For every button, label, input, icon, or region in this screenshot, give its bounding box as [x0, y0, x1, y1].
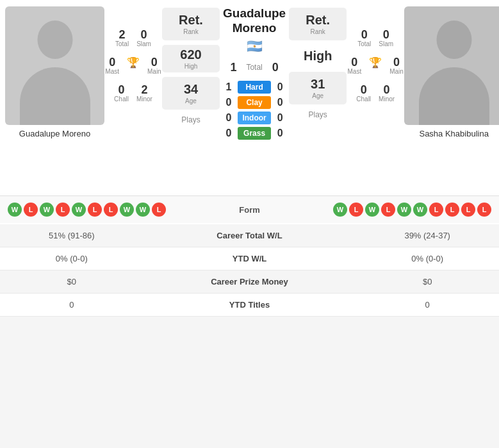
left-chall-item: 0 Chall — [114, 84, 129, 103]
right-mast-value: 0 — [351, 56, 357, 68]
right-player-avatar — [404, 6, 499, 125]
left-flag: 🇦🇷 — [223, 38, 286, 54]
right-total-slam-row: 0 Total 0 Slam — [350, 26, 401, 50]
surface-indoor-row: 0 Indoor 0 — [223, 112, 286, 124]
left-slam-value: 0 — [141, 29, 147, 40]
grass-left-score: 0 — [223, 128, 234, 139]
form-badge-left: L — [24, 203, 38, 217]
stat-right-value: 39% (24-37) — [356, 224, 499, 247]
right-minor-value: 0 — [384, 84, 390, 95]
form-label: Form — [172, 205, 327, 215]
form-badge-left: W — [120, 203, 134, 217]
right-avatar-head — [436, 21, 471, 59]
left-age-card: 34 Age — [162, 77, 220, 110]
left-minor-label: Minor — [136, 95, 152, 103]
left-total-value: 2 — [119, 29, 126, 40]
left-center-name: GuadalupeMoreno — [223, 6, 286, 36]
stats-table-row: 51% (91-86) Career Total W/L 39% (24-37) — [0, 224, 499, 247]
right-high-box: High — [289, 44, 347, 69]
left-high-card: 620 High — [162, 45, 220, 72]
right-player-stats: 0 Total 0 Slam 0 Mast 🏆 0 — [350, 6, 401, 125]
trophy-icon-right: 🏆 — [369, 56, 382, 75]
stats-table-row: 0% (0-0) YTD W/L 0% (0-0) — [0, 247, 499, 270]
form-badge-right: L — [477, 203, 491, 217]
right-main-item: 0 Main — [389, 56, 404, 75]
right-avatar-body — [419, 67, 489, 125]
right-chall-value: 0 — [361, 84, 367, 95]
left-form-badges: WLWLWLLWWL — [8, 203, 166, 217]
right-chall-item: 0 Chall — [356, 84, 371, 103]
right-slam-label: Slam — [379, 40, 393, 47]
right-age-card: 31 Age — [289, 72, 347, 104]
page: Guadalupe Moreno 2 Total 0 Slam — [0, 0, 499, 317]
hard-right-score: 0 — [274, 81, 286, 93]
stat-label: Career Prize Money — [143, 270, 356, 294]
form-badge-right: L — [381, 203, 395, 217]
form-badge-right: L — [429, 203, 443, 217]
left-player-avatar — [5, 6, 104, 125]
right-slam-item: 0 Slam — [379, 29, 393, 47]
form-badge-right: W — [333, 203, 347, 217]
left-age-value: 34 — [168, 82, 213, 97]
left-minor-item: 2 Minor — [136, 84, 152, 103]
form-badge-left: L — [56, 203, 70, 217]
left-slam-label: Slam — [136, 40, 151, 47]
left-main-label: Main — [147, 68, 161, 75]
right-chall-label: Chall — [356, 95, 371, 103]
left-mast-value: 0 — [109, 56, 115, 68]
right-mast-label: Mast — [348, 68, 362, 75]
left-high-label: High — [162, 63, 220, 70]
left-total-label: Total — [115, 40, 129, 47]
surface-clay-row: 0 Clay 0 — [223, 96, 286, 109]
form-badge-left: L — [88, 203, 102, 217]
hard-badge: Hard — [238, 81, 271, 94]
stats-table-row: $0 Career Prize Money $0 — [0, 270, 499, 294]
right-player-name: Sasha Khabibulina — [404, 129, 499, 138]
surface-grass-row: 0 Grass 0 — [223, 127, 286, 140]
right-age-label: Age — [295, 92, 340, 99]
left-high-value: 620 — [162, 47, 220, 62]
form-badge-left: L — [152, 203, 166, 217]
form-badge-left: W — [136, 203, 150, 217]
form-badge-right: L — [461, 203, 475, 217]
right-mast-item: 0 Mast — [348, 56, 362, 75]
stat-label: YTD Titles — [143, 294, 356, 317]
right-mast-main-row: 0 Mast 🏆 0 Main — [350, 54, 401, 78]
stats-table-row: 0 YTD Titles 0 — [0, 294, 499, 317]
form-badge-right: W — [413, 203, 427, 217]
left-chall-label: Chall — [114, 95, 129, 103]
total-line: 1 Total 0 — [223, 58, 286, 77]
surface-hard-row: 1 Hard 0 — [223, 81, 286, 94]
left-rank-label: Rank — [168, 28, 213, 35]
stat-left-value: $0 — [0, 270, 143, 294]
grass-badge: Grass — [238, 127, 271, 140]
left-mast-item: 0 Mast — [105, 56, 119, 75]
left-total-slam-row: 2 Total 0 Slam — [108, 26, 159, 50]
left-rank-card: Ret. Rank — [162, 8, 220, 40]
stat-right-value: 0 — [356, 294, 499, 317]
form-badge-right: W — [397, 203, 411, 217]
form-badge-left: W — [72, 203, 86, 217]
left-chall-minor-row: 0 Chall 2 Minor — [108, 81, 159, 105]
stat-label: YTD W/L — [143, 247, 356, 270]
top-comparison-section: Guadalupe Moreno 2 Total 0 Slam — [0, 0, 499, 149]
right-high-value: High — [289, 49, 347, 63]
right-rank-value: Ret. — [295, 13, 340, 28]
right-total-item: 0 Total — [357, 29, 371, 47]
left-plays-label: Plays — [162, 113, 220, 127]
left-name-flag: GuadalupeMoreno 🇦🇷 — [223, 6, 286, 54]
right-form-badges: WLWLWWLLLL — [333, 203, 491, 217]
indoor-right-score: 0 — [274, 112, 286, 124]
form-badge-right: W — [365, 203, 379, 217]
left-mast-main-row: 0 Mast 🏆 0 Main — [108, 54, 159, 78]
form-badge-left: W — [40, 203, 54, 217]
form-badge-right: L — [445, 203, 459, 217]
left-age-label: Age — [168, 97, 213, 104]
hard-left-score: 1 — [223, 81, 234, 93]
right-total-value: 0 — [361, 29, 368, 40]
clay-badge: Clay — [238, 96, 271, 109]
right-rank-label: Rank — [295, 28, 340, 35]
right-player-photo-section: Sasha Khabibulina — [404, 6, 499, 138]
left-main-item: 0 Main — [147, 56, 161, 75]
right-chall-minor-row: 0 Chall 0 Minor — [350, 81, 401, 105]
